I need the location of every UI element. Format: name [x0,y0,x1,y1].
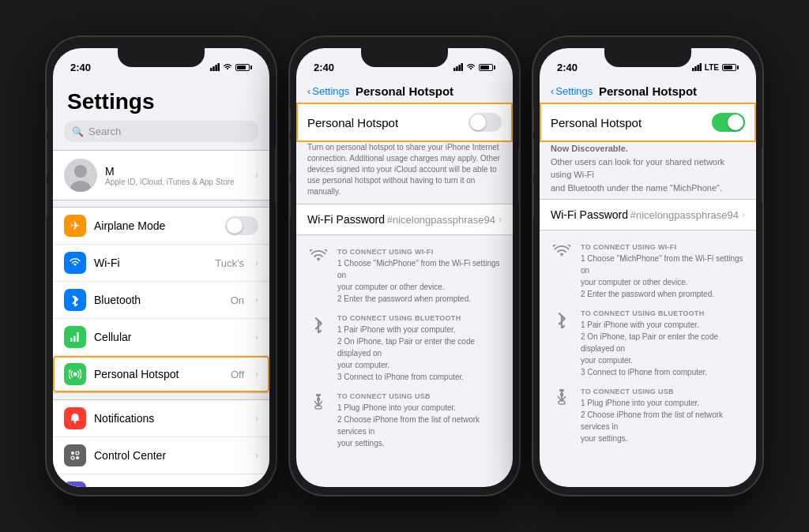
signal-icon-2 [453,63,463,71]
airplane-mode-label: Airplane Mode [94,219,217,232]
svg-point-10 [73,373,77,377]
hotspot-main-label-3: Personal Hotspot [551,116,642,129]
iphone-3: 2:40 LTE [533,37,762,495]
phones-container: 2:40 [31,21,778,511]
svg-rect-9 [77,332,79,342]
status-time-2: 2:40 [314,62,334,73]
svg-point-5 [74,165,87,178]
connect-usb-row-3: TO CONNECT USING USB 1 Plug iPhone into … [551,388,745,444]
wifi-password-row-2[interactable]: Wi-Fi Password #nicelongpassphrase94 › [296,204,513,235]
svg-rect-2 [215,65,217,71]
control-center-icon [64,444,86,466]
iphone-1: 2:40 [47,37,276,495]
control-center-label: Control Center [94,449,247,462]
svg-rect-30 [697,65,699,71]
wifi-password-value-2: #nicelongpassphrase94 [387,214,495,226]
screen-3: 2:40 LTE [540,48,756,487]
notifications-icon [64,407,86,429]
notch-1 [118,48,205,67]
connect-bt-text-3: TO CONNECT USING BLUETOOTH 1 Pair iPhone… [581,309,745,378]
bluetooth-value: On [231,294,244,306]
lte-indicator: LTE [705,63,719,72]
settings-section-2: Notifications › Control Center › [53,399,269,487]
control-center-chevron: › [255,450,258,461]
hotspot-main-label-2: Personal Hotspot [307,116,398,129]
status-icons-2 [453,63,495,71]
hotspot-desc-2: Turn on personal hotspot to share your i… [296,142,513,204]
hotspot-toggle-2[interactable] [468,113,502,132]
airplane-mode-toggle[interactable] [225,216,258,235]
svg-rect-34 [559,401,565,404]
connect-wifi-text-2: TO CONNECT USING WI-FI 1 Choose "MichPho… [337,248,502,305]
user-name: M [105,165,247,178]
wifi-password-row-3[interactable]: Wi-Fi Password #nicelongpassphrase94 › [540,199,756,230]
nav-back-2[interactable]: ‹ Settings [307,85,349,97]
nav-bar-2: ‹ Settings Personal Hotspot [296,81,513,103]
notifications-row[interactable]: Notifications › [53,400,269,437]
svg-point-14 [76,451,79,455]
control-center-row[interactable]: Control Center › [53,437,269,474]
airplane-mode-row[interactable]: ✈ Airplane Mode [53,208,269,245]
battery-icon-1 [235,64,252,71]
connect-usb-row-2: TO CONNECT USING USB 1 Plug iPhone into … [307,392,502,449]
svg-rect-8 [73,336,76,343]
nav-back-3[interactable]: ‹ Settings [551,85,593,97]
connect-wifi-row-2: TO CONNECT USING WI-FI 1 Choose "MichPho… [307,248,502,305]
cellular-row[interactable]: Cellular › [53,319,269,356]
search-icon: 🔍 [72,126,84,137]
svg-point-16 [76,456,79,459]
wifi-password-label-3: Wi-Fi Password [551,208,628,221]
connect-bt-row-3: TO CONNECT USING BLUETOOTH 1 Pair iPhone… [551,309,745,378]
dnd-row[interactable]: Do Not Disturb › [53,474,269,487]
bluetooth-row[interactable]: Bluetooth On › [53,282,269,319]
nav-title-2: Personal Hotspot [356,84,453,98]
user-row[interactable]: M Apple ID, iCloud, iTunes & App Store › [53,150,269,200]
hotspot-chevron: › [255,369,258,380]
notifications-label: Notifications [94,412,247,425]
hotspot-toggle-3[interactable] [712,113,745,132]
bluetooth-chevron: › [255,294,258,305]
hotspot-icon [64,363,86,385]
nav-bar-3: ‹ Settings Personal Hotspot [540,81,756,103]
connect-bt-text-2: TO CONNECT USING BLUETOOTH 1 Pair iPhone… [337,314,502,383]
avatar [64,159,97,192]
cellular-label: Cellular [94,331,247,343]
svg-rect-27 [319,398,321,401]
personal-hotspot-row[interactable]: Personal Hotspot Off › [53,356,269,392]
discoverable-text-3: Now Discoverable.Other users can look fo… [540,142,756,199]
bluetooth-icon [64,289,86,311]
status-time-3: 2:40 [557,62,578,73]
nav-title-3: Personal Hotspot [599,84,697,98]
svg-rect-1 [213,66,215,71]
notch-2 [361,48,448,67]
hotspot-main-row-3[interactable]: Personal Hotspot [540,103,756,142]
status-time-1: 2:40 [70,62,91,73]
screen-2: 2:40 [296,48,513,487]
settings-section-1: ✈ Airplane Mode Wi-Fi [53,207,269,393]
connect-usb-icon-2 [307,392,329,411]
wifi-icon-2 [466,64,476,71]
settings-title: Settings [53,81,269,121]
svg-rect-26 [317,398,318,401]
user-info: M Apple ID, iCloud, iTunes & App Store [105,165,247,186]
battery-icon-2 [479,64,495,71]
connect-section-3: TO CONNECT USING WI-FI 1 Choose "MichPho… [540,237,756,460]
hotspot-highlight-off: Personal Hotspot [296,103,513,142]
bluetooth-label: Bluetooth [94,294,223,306]
wifi-value: Tuck's [215,257,244,269]
svg-rect-0 [210,68,213,71]
wifi-icon-1 [223,64,232,71]
hotspot-main-row-2[interactable]: Personal Hotspot [296,103,513,142]
wifi-row[interactable]: Wi-Fi Tuck's › [53,245,269,282]
svg-rect-23 [316,394,321,396]
screen-1: 2:40 [53,48,269,487]
dnd-label: Do Not Disturb [94,486,247,487]
svg-rect-28 [692,68,694,71]
notifications-chevron: › [255,413,258,424]
status-icons-3: LTE [692,63,739,72]
svg-rect-32 [559,389,564,392]
connect-bt-row-2: TO CONNECT USING BLUETOOTH 1 Pair iPhone… [307,314,502,383]
search-bar[interactable]: 🔍 Search [64,121,258,142]
svg-rect-11 [74,421,77,422]
connect-bt-icon-2 [307,314,329,333]
